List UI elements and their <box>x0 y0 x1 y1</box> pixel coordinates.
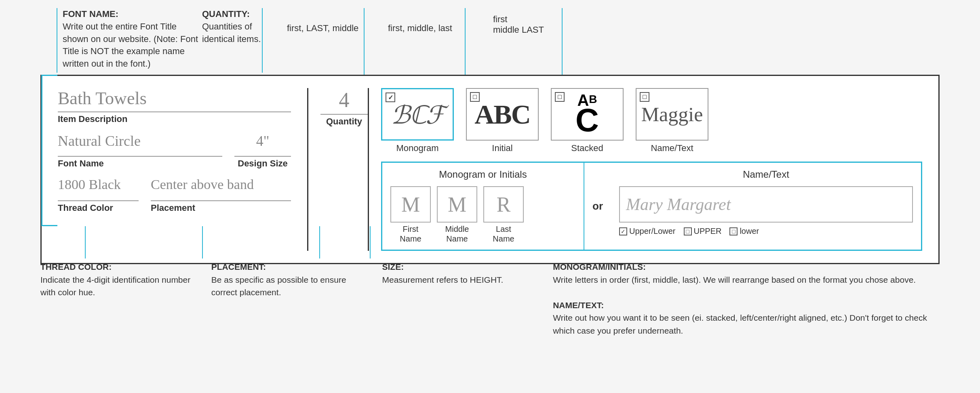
initial-label: Initial <box>492 143 512 153</box>
first-last-middle-line <box>364 8 365 75</box>
design-size-label: Design Size <box>238 158 287 169</box>
font-size-row: Natural Circle Font Name 4" Design Size <box>58 132 291 169</box>
thread-color-col: 1800 Black Thread Color <box>58 177 139 213</box>
thread-color-label: Thread Color <box>58 203 139 213</box>
initial-abc-symbol: ABC <box>474 99 530 130</box>
initial-checkbox[interactable]: □ <box>470 92 480 102</box>
bottom-annotations: THREAD COLOR: Indicate the 4-digit ident… <box>40 261 940 337</box>
stacked-checkbox[interactable]: □ <box>555 92 565 102</box>
page: FONT NAME: Write out the entire Font Tit… <box>0 0 980 393</box>
initial-option[interactable]: □ ABC Initial <box>466 88 539 153</box>
name-text-annotation-desc: Write out how you want it to be seen (ei… <box>553 311 940 337</box>
first-name-box[interactable]: M <box>390 186 431 223</box>
middle-name-group: M Middle Name <box>437 186 477 244</box>
thread-bottom-line <box>85 226 86 258</box>
upper-lower-option[interactable]: ✓ Upper/Lower <box>619 227 676 236</box>
name-text-symbol: Maggie <box>641 103 703 126</box>
first-last-middle-label: first, LAST, middle <box>287 22 358 35</box>
monogram-label: Monogram <box>396 143 438 153</box>
monogram-initials-box: Monogram or Initials M First Name <box>382 163 584 250</box>
item-description-label: Item Description <box>58 114 291 124</box>
last-name-label: Last Name <box>493 224 514 244</box>
type-selection: ✓ ℬℂℱ Monogram □ ABC Initial □ <box>381 88 922 153</box>
left-bracket <box>41 75 57 226</box>
placement-value: Center above band <box>151 177 291 201</box>
thread-color-value: 1800 Black <box>58 177 139 201</box>
input-section: Monogram or Initials M First Name <box>381 162 922 251</box>
placement-label: Placement <box>151 203 291 213</box>
item-description-row: Bath Towels Item Description <box>58 88 291 124</box>
middle-name-value: M <box>448 193 466 216</box>
upper-lower-checkbox[interactable]: ✓ <box>619 227 627 235</box>
last-name-group: R Last Name <box>483 186 524 244</box>
design-size-col: 4" Design Size <box>234 132 291 169</box>
name-text-annotation-title: NAME/TEXT: <box>553 299 940 312</box>
name-input[interactable]: Mary Margaret <box>619 186 913 223</box>
quantity-value: 4 <box>320 88 368 115</box>
font-annotation-line <box>57 8 57 73</box>
thread-color-annotation: THREAD COLOR: Indicate the 4-digit ident… <box>40 261 195 337</box>
monogram-option[interactable]: ✓ ℬℂℱ Monogram <box>381 88 454 153</box>
monogram-annotation-title: MONOGRAM/INITIALS: <box>553 261 940 273</box>
placement-annotation-desc: Be as specific as possible to ensure cor… <box>211 273 366 299</box>
quantity-section: 4 Quantity <box>320 88 369 251</box>
monogram-symbol: ℬℂℱ <box>391 99 444 130</box>
stacked-option[interactable]: □ A B C Stacked <box>551 88 624 153</box>
monogram-annotation-desc: Write letters in order (first, middle, l… <box>553 273 940 286</box>
left-section: Bath Towels Item Description Natural Cir… <box>58 88 308 251</box>
lower-label: lower <box>740 227 759 236</box>
quantity-label: Quantity <box>326 116 362 127</box>
thread-color-annotation-desc: Indicate the 4-digit identification numb… <box>40 273 195 299</box>
lower-option[interactable]: □ lower <box>729 227 759 236</box>
upper-option[interactable]: □ UPPER <box>684 227 722 236</box>
upper-checkbox[interactable]: □ <box>684 227 692 235</box>
stacked-symbol: A B C <box>575 92 599 137</box>
last-name-box[interactable]: R <box>483 186 524 223</box>
item-description-value: Bath Towels <box>58 88 291 112</box>
placement-bottom-line <box>202 226 203 258</box>
first-name-value: M <box>401 193 420 216</box>
first-middle-last-label: first, middle, last <box>388 22 452 35</box>
quantity-annotation: QUANTITY: Quantities of identical items. <box>202 8 283 45</box>
name-text-label: Name/Text <box>651 143 693 153</box>
design-size-value: 4" <box>234 132 291 157</box>
size-annotation-desc: Measurement refers to HEIGHT. <box>382 273 537 286</box>
or-divider: or <box>584 163 611 250</box>
middle-name-label: Middle Name <box>445 224 469 244</box>
lower-checkbox[interactable]: □ <box>729 227 738 235</box>
thread-color-annotation-title: THREAD COLOR: <box>40 261 195 273</box>
first-middle-last-line <box>465 8 466 75</box>
upper-lower-label: Upper/Lower <box>629 227 676 236</box>
placement-annotation: PLACEMENT: Be as specific as possible to… <box>211 261 366 337</box>
first-middle-LAST-line <box>562 8 563 75</box>
middle-name-box[interactable]: M <box>437 186 477 223</box>
placement-col: Center above band Placement <box>151 177 291 213</box>
monogram-box[interactable]: ✓ ℬℂℱ <box>381 88 454 141</box>
first-middle-LAST-label: first middle LAST <box>493 14 544 36</box>
stacked-label: Stacked <box>571 143 603 153</box>
font-name-label: Font Name <box>58 158 222 169</box>
font-name-value: Natural Circle <box>58 132 222 157</box>
font-name-annotation: FONT NAME: Write out the entire Font Tit… <box>63 8 204 70</box>
name-text-option[interactable]: □ Maggie Name/Text <box>636 88 708 153</box>
name-text-box-outer[interactable]: □ Maggie <box>636 88 708 141</box>
size-annotation: SIZE: Measurement refers to HEIGHT. <box>382 261 537 337</box>
last-name-value: R <box>497 193 511 216</box>
stacked-box[interactable]: □ A B C <box>551 88 624 141</box>
case-options: ✓ Upper/Lower □ UPPER □ lower <box>619 227 913 236</box>
thread-placement-row: 1800 Black Thread Color Center above ban… <box>58 177 291 213</box>
monogram-checkbox[interactable]: ✓ <box>386 92 395 102</box>
size-bottom-line <box>319 226 320 258</box>
right-section: ✓ ℬℂℱ Monogram □ ABC Initial □ <box>381 88 922 251</box>
initials-row: M First Name M Middl <box>390 186 575 244</box>
monogram-name-annotation: MONOGRAM/INITIALS: Write letters in orde… <box>553 261 940 337</box>
first-name-group: M First Name <box>390 186 431 244</box>
main-form: Bath Towels Item Description Natural Cir… <box>40 75 940 264</box>
name-text-checkbox[interactable]: □ <box>640 92 649 102</box>
name-text-title: Name/Text <box>619 169 913 180</box>
initial-box[interactable]: □ ABC <box>466 88 539 141</box>
size-annotation-title: SIZE: <box>382 261 537 273</box>
name-text-input-box: Name/Text Mary Margaret ✓ Upper/Lower □ … <box>611 163 921 250</box>
monogram-initials-title: Monogram or Initials <box>390 169 575 180</box>
name-text-value: Mary Margaret <box>626 195 731 214</box>
